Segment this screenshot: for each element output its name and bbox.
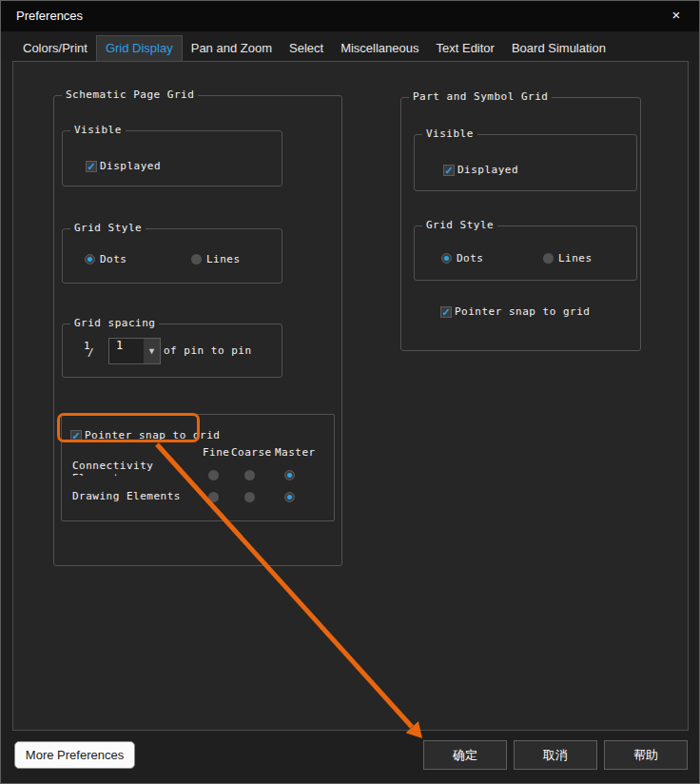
tab-miscellaneous[interactable]: Miscellaneous: [332, 36, 427, 61]
tab-bar: Colors/Print Grid Display Pan and Zoom S…: [1, 31, 699, 61]
schematic-grid-spacing-group: Grid spacing 1 / 1 ▼ of pin to pin: [62, 323, 282, 378]
checkbox-checked-icon: ✓: [440, 306, 452, 318]
grid-display-panel: Schematic Page Grid Visible ✓ Displayed …: [12, 61, 689, 731]
checkbox-checked-icon: ✓: [443, 165, 455, 176]
connectivity-elements-label: Connectivity Elements: [72, 460, 179, 476]
ok-button[interactable]: 确定: [423, 740, 507, 770]
connectivity-fine-radio[interactable]: [208, 470, 219, 480]
column-header-master: Master: [275, 446, 316, 459]
help-button[interactable]: 帮助: [604, 740, 688, 770]
part-symbol-grid-title: Part and Symbol Grid: [409, 90, 552, 103]
cancel-button[interactable]: 取消: [514, 740, 597, 770]
schematic-page-grid-title: Schematic Page Grid: [62, 88, 198, 101]
checkbox-checked-icon: ✓: [70, 430, 82, 441]
grid-spacing-value: 1: [109, 339, 144, 363]
part-lines-label: Lines: [558, 252, 593, 265]
schematic-visible-title: Visible: [70, 124, 126, 136]
preferences-dialog: Preferences × Colors/Print Grid Display …: [0, 0, 700, 784]
schematic-lines-label: Lines: [206, 253, 241, 265]
column-header-coarse: Coarse: [231, 446, 272, 459]
radio-selected-icon: [85, 254, 95, 265]
schematic-snap-group: ✓ Pointer snap to grid Fine Coarse Maste…: [61, 414, 335, 521]
schematic-displayed-label: Displayed: [100, 160, 161, 172]
spacing-fraction-slash: /: [88, 346, 94, 359]
part-pointer-snap-checkbox[interactable]: ✓ Pointer snap to grid: [440, 305, 590, 318]
schematic-lines-radio[interactable]: Lines: [191, 253, 241, 265]
part-symbol-grid-group: Part and Symbol Grid Visible ✓ Displayed…: [400, 97, 641, 351]
drawing-fine-radio[interactable]: [208, 492, 219, 502]
tab-colors-print[interactable]: Colors/Print: [14, 36, 96, 61]
part-dots-label: Dots: [457, 252, 484, 265]
part-grid-style-group: Grid Style Dots Lines: [414, 225, 637, 281]
column-header-fine: Fine: [203, 446, 230, 459]
part-visible-group: Visible ✓ Displayed: [414, 134, 637, 191]
schematic-dots-radio[interactable]: Dots: [85, 253, 127, 265]
schematic-page-grid-group: Schematic Page Grid Visible ✓ Displayed …: [53, 95, 342, 566]
connectivity-master-radio[interactable]: [284, 470, 295, 480]
tab-pan-and-zoom[interactable]: Pan and Zoom: [183, 36, 281, 61]
part-grid-style-title: Grid Style: [422, 219, 497, 231]
drawing-coarse-radio[interactable]: [244, 492, 255, 502]
title-bar: Preferences ×: [1, 1, 699, 31]
part-displayed-checkbox[interactable]: ✓ Displayed: [443, 164, 518, 176]
more-preferences-button[interactable]: More Preferences: [14, 741, 135, 769]
schematic-visible-group: Visible ✓ Displayed: [62, 130, 282, 186]
part-visible-title: Visible: [422, 127, 477, 140]
radio-selected-icon: [441, 253, 452, 264]
spacing-suffix-label: of pin to pin: [164, 344, 252, 357]
part-displayed-label: Displayed: [457, 164, 518, 176]
checkbox-checked-icon: ✓: [86, 161, 97, 172]
part-dots-radio[interactable]: Dots: [441, 252, 484, 265]
part-lines-radio[interactable]: Lines: [543, 252, 593, 265]
close-icon[interactable]: ×: [667, 6, 686, 25]
schematic-dots-label: Dots: [100, 253, 127, 265]
schematic-grid-style-title: Grid Style: [70, 222, 146, 234]
tab-select[interactable]: Select: [281, 36, 332, 61]
part-pointer-snap-label: Pointer snap to grid: [455, 305, 590, 318]
schematic-displayed-checkbox[interactable]: ✓ Displayed: [86, 160, 161, 172]
grid-spacing-dropdown[interactable]: 1 ▼: [108, 338, 161, 364]
schematic-grid-spacing-title: Grid spacing: [70, 317, 159, 329]
radio-unselected-icon: [191, 254, 202, 265]
drawing-master-radio[interactable]: [284, 492, 295, 502]
tab-grid-display[interactable]: Grid Display: [96, 35, 183, 61]
schematic-pointer-snap-checkbox[interactable]: ✓ Pointer snap to grid: [70, 429, 220, 441]
window-title: Preferences: [16, 9, 83, 23]
schematic-grid-style-group: Grid Style Dots Lines: [62, 228, 282, 284]
drawing-elements-label: Drawing Elements: [72, 490, 181, 502]
tab-board-simulation[interactable]: Board Simulation: [503, 36, 614, 61]
radio-unselected-icon: [543, 253, 554, 264]
connectivity-coarse-radio[interactable]: [244, 470, 255, 480]
tab-text-editor[interactable]: Text Editor: [428, 36, 503, 61]
schematic-pointer-snap-label: Pointer snap to grid: [85, 429, 220, 441]
dropdown-arrow-icon[interactable]: ▼: [144, 339, 160, 363]
